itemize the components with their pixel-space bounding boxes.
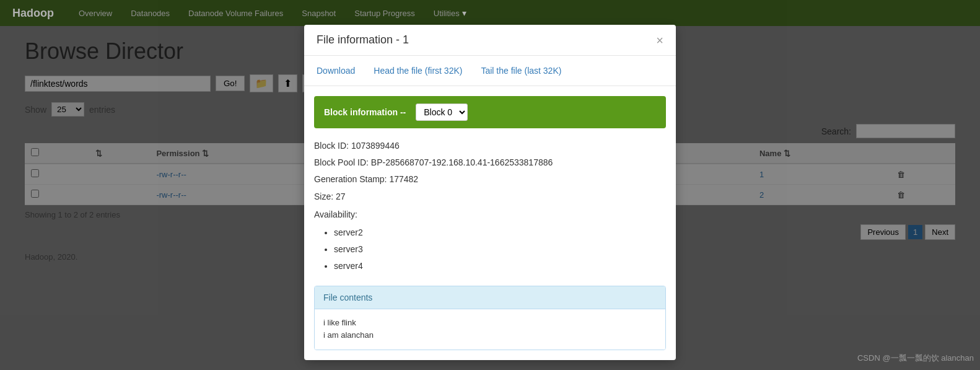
file-line-2: i am alanchan xyxy=(323,329,657,342)
block-details: Block ID: 1073899446 Block Pool ID: BP-2… xyxy=(304,138,676,281)
generation-stamp: Generation Stamp: 177482 xyxy=(314,172,666,187)
head-file-link[interactable]: Head the file (first 32K) xyxy=(374,66,462,76)
file-info-modal: File information - 1 × Download Head the… xyxy=(304,25,676,360)
availability-list: server2 server3 server4 xyxy=(314,225,666,275)
block-size: Size: 27 xyxy=(314,189,666,205)
modal-title: File information - 1 xyxy=(317,33,409,46)
file-contents-header: File contents xyxy=(315,286,665,309)
availability-label: Availability: xyxy=(314,209,357,219)
availability-section: Availability: server2 server3 server4 xyxy=(314,207,666,275)
modal-overlay: File information - 1 × Download Head the… xyxy=(0,0,980,370)
list-item: server2 xyxy=(334,225,666,240)
list-item: server3 xyxy=(334,242,666,257)
modal-close-button[interactable]: × xyxy=(656,34,663,46)
file-line-1: i like flink xyxy=(323,317,657,330)
block-info-label: Block information -- xyxy=(324,107,406,117)
file-contents-body: i like flink i am alanchan xyxy=(315,309,665,350)
list-item: server4 xyxy=(334,258,666,274)
tail-file-link[interactable]: Tail the file (last 32K) xyxy=(481,66,561,76)
modal-actions: Download Head the file (first 32K) Tail … xyxy=(304,56,676,86)
modal-header: File information - 1 × xyxy=(304,25,676,56)
download-link[interactable]: Download xyxy=(317,66,355,76)
file-contents-section: File contents i like flink i am alanchan xyxy=(314,286,666,351)
block-pool-id: Block Pool ID: BP-285668707-192.168.10.4… xyxy=(314,155,666,170)
block-info-section: Block information -- Block 0 Block 1 xyxy=(314,96,666,128)
block-id: Block ID: 1073899446 xyxy=(314,138,666,154)
block-select[interactable]: Block 0 Block 1 xyxy=(416,104,468,121)
